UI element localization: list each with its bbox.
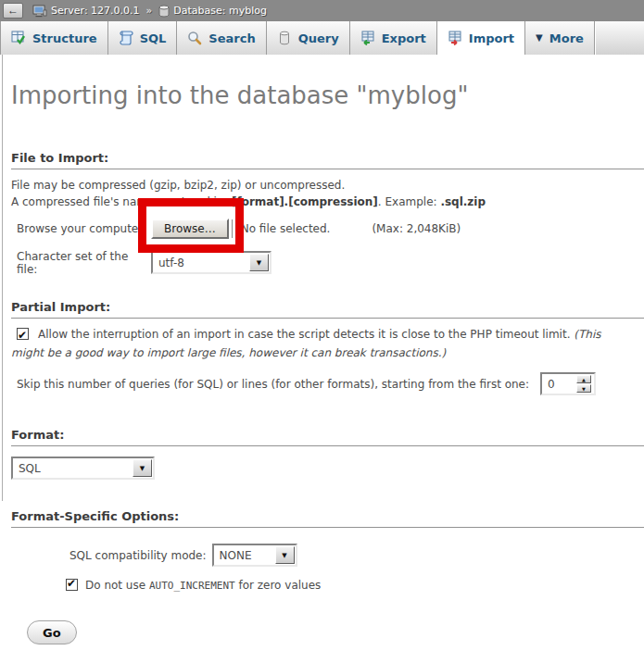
checkmark-icon: ✔ <box>18 326 27 344</box>
database-icon <box>158 5 170 18</box>
auto-increment-row: ✔ Do not use AUTO_INCREMENT for zero val… <box>66 578 644 592</box>
skip-queries-value: 0 <box>548 378 555 391</box>
stepper-down-icon[interactable]: ▼ <box>576 384 591 393</box>
tab-label: Export <box>382 31 426 45</box>
sql-icon <box>119 31 133 45</box>
charset-selected-value: utf-8 <box>158 256 184 269</box>
allow-interruption-checkbox[interactable]: ✔ <box>17 328 29 340</box>
tab-label: Search <box>208 31 255 45</box>
breadcrumb-separator: » <box>146 5 153 17</box>
tab-label: Import <box>469 31 514 45</box>
import-icon <box>448 31 462 45</box>
charset-row: Character set of the file: utf-8 ▼ <box>11 251 644 274</box>
breadcrumb-database[interactable]: Database: myblog <box>173 5 267 17</box>
dropdown-arrow-icon[interactable]: ▼ <box>249 254 269 271</box>
dropdown-arrow-icon[interactable]: ▼ <box>275 546 295 564</box>
dropdown-arrow-icon[interactable]: ▼ <box>133 459 152 477</box>
allow-interruption-text: Allow the interruption of an import in c… <box>38 328 574 341</box>
sql-compatibility-row: SQL compatibility mode: NONE ▼ <box>69 544 644 567</box>
query-icon <box>277 31 292 45</box>
allow-interruption-row: ✔ Allow the interruption of an import in… <box>11 325 631 362</box>
stepper-buttons: ▲ ▼ <box>576 375 591 393</box>
tab-query[interactable]: Query <box>267 21 350 55</box>
structure-icon <box>11 31 26 45</box>
tab-export[interactable]: Export <box>350 21 437 55</box>
tab-sql[interactable]: SQL <box>108 21 178 55</box>
sql-compatibility-select[interactable]: NONE ▼ <box>212 544 297 567</box>
file-help-line1: File may be compressed (gzip, bzip2, zip… <box>11 179 345 192</box>
browse-label: Browse your computer: <box>17 222 151 235</box>
tab-label: Structure <box>32 31 97 45</box>
phpmyadmin-import-page: ← Server: 127.0.0.1 » Database: myblog <box>0 0 644 663</box>
skip-queries-stepper[interactable]: 0 ▲ ▼ <box>540 372 596 395</box>
sql-compatibility-label: SQL compatibility mode: <box>69 549 207 562</box>
tab-more[interactable]: ▼ More <box>525 21 595 55</box>
stepper-up-icon[interactable]: ▲ <box>576 375 591 383</box>
charset-select[interactable]: utf-8 ▼ <box>151 251 271 274</box>
skip-queries-label: Skip this number of queries (for SQL) or… <box>17 378 529 391</box>
breadcrumb-bar: ← Server: 127.0.0.1 » Database: myblog <box>0 0 644 21</box>
tab-label: More <box>549 31 584 45</box>
tab-bar-filler <box>595 21 644 55</box>
search-icon <box>187 31 202 45</box>
file-help-line2: A compressed file's name must end in .[f… <box>11 195 486 208</box>
breadcrumb-server[interactable]: Server: 127.0.0.1 <box>51 5 140 17</box>
section-heading-file-to-import: File to Import: <box>11 151 644 169</box>
no-file-selected-text: No file selected. <box>241 222 331 235</box>
tab-structure[interactable]: Structure <box>0 21 108 55</box>
back-button[interactable]: ← <box>3 3 23 19</box>
charset-label: Character set of the file: <box>17 250 151 276</box>
tab-label: Query <box>298 31 339 45</box>
auto-increment-checkbox[interactable]: ✔ <box>66 579 78 591</box>
sql-compatibility-value: NONE <box>220 549 252 562</box>
file-input-divider <box>232 219 233 238</box>
checkmark-icon: ✔ <box>67 577 76 590</box>
max-upload-size: (Max: 2,048KiB) <box>372 222 461 235</box>
skip-queries-row: Skip this number of queries (for SQL) or… <box>17 372 644 395</box>
browse-row: Browse your computer: Browse… No file se… <box>11 218 644 240</box>
section-heading-format-options: Format-Specific Options: <box>11 509 644 528</box>
section-heading-format: Format: <box>11 428 644 446</box>
browse-button[interactable]: Browse… <box>151 219 229 239</box>
go-button[interactable]: Go <box>27 620 77 644</box>
tab-search[interactable]: Search <box>177 21 266 55</box>
tab-import[interactable]: Import <box>437 21 525 55</box>
chevron-down-icon: ▼ <box>536 33 543 43</box>
format-select[interactable]: SQL ▼ <box>11 457 155 480</box>
export-icon <box>360 31 375 45</box>
server-icon <box>32 5 47 18</box>
format-selected-value: SQL <box>19 462 41 475</box>
page-title: Importing into the database "myblog" <box>11 81 644 109</box>
import-form: Importing into the database "myblog" Fil… <box>0 81 644 644</box>
file-help-text: File may be compressed (gzip, bzip2, zip… <box>11 177 631 210</box>
tab-bar: Structure SQL Search <box>0 21 644 55</box>
tab-label: SQL <box>140 31 167 45</box>
section-heading-partial-import: Partial Import: <box>11 300 644 319</box>
auto-increment-label: Do not use AUTO_INCREMENT for zero value… <box>85 579 321 592</box>
